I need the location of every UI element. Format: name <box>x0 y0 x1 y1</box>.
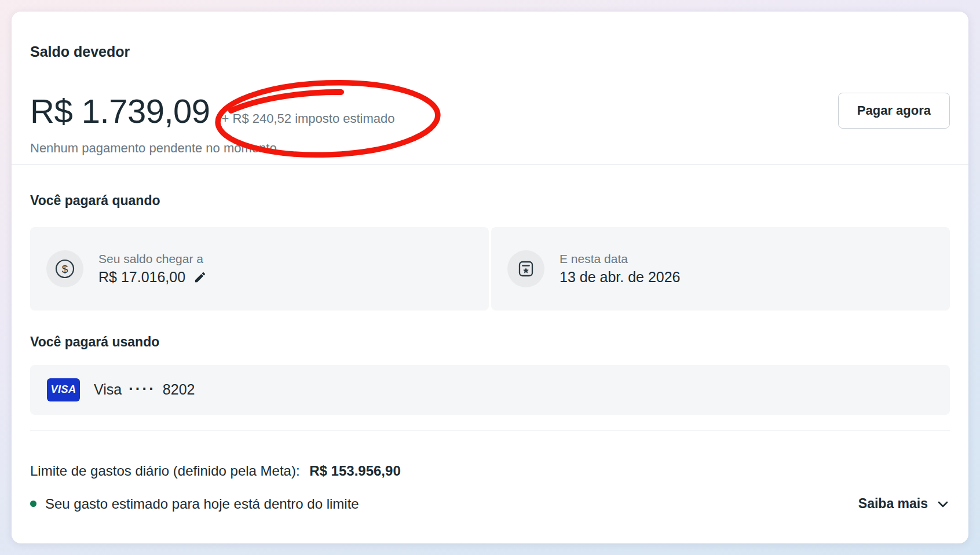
payment-details-section: Você pagará quando $ Seu saldo chegar a … <box>12 192 968 430</box>
threshold-label: Seu saldo chegar a <box>98 252 207 266</box>
payment-date-box: E nesta data 13 de abr. de 2026 <box>491 227 950 311</box>
dollar-chip: $ <box>46 250 83 287</box>
svg-text:$: $ <box>62 263 68 275</box>
pending-payment-note: Nenhum pagamento pendente no momento. <box>30 141 950 164</box>
billing-balance-card: Saldo devedor R$ 1.739,09 + R$ 240,52 im… <box>12 12 968 543</box>
card-last4: 8202 <box>163 381 195 398</box>
balance-amount-row: R$ 1.739,09 + R$ 240,52 imposto estimado <box>30 91 950 132</box>
payment-method-row: VISA Visa ···· 8202 <box>30 365 950 415</box>
threshold-box: $ Seu saldo chegar a R$ 17.016,00 <box>30 227 489 311</box>
spend-limit-section: Limite de gastos diário (definido pela M… <box>12 430 968 512</box>
limit-status-text: Seu gasto estimado para hoje está dentro… <box>45 496 359 512</box>
calendar-star-icon <box>516 259 536 279</box>
balance-section: Saldo devedor R$ 1.739,09 + R$ 240,52 im… <box>12 12 968 164</box>
dollar-circle-icon: $ <box>54 258 75 279</box>
daily-limit-value: R$ 153.956,90 <box>309 463 400 479</box>
threshold-texts: Seu saldo chegar a R$ 17.016,00 <box>98 252 207 286</box>
page-title: Saldo devedor <box>30 43 950 61</box>
pay-when-heading: Você pagará quando <box>30 192 950 210</box>
card-number-mask: ···· <box>129 381 156 396</box>
learn-more-toggle[interactable]: Saiba mais <box>858 496 950 512</box>
visa-logo: VISA <box>47 378 80 401</box>
daily-limit-line: Limite de gastos diário (definido pela M… <box>30 462 950 480</box>
edit-threshold-pencil-icon[interactable] <box>193 271 207 284</box>
card-summary: Visa ···· 8202 <box>94 381 195 398</box>
card-brand: Visa <box>94 381 122 398</box>
status-green-dot-icon <box>30 501 36 507</box>
payment-date-value: 13 de abr. de 2026 <box>560 269 681 286</box>
limit-status: Seu gasto estimado para hoje está dentro… <box>30 496 359 512</box>
pay-using-heading: Você pagará usando <box>30 334 950 351</box>
calendar-chip <box>507 250 544 287</box>
daily-limit-label: Limite de gastos diário (definido pela M… <box>30 463 300 479</box>
learn-more-label: Saiba mais <box>858 496 928 512</box>
payment-date-label: E nesta data <box>560 252 681 266</box>
balance-amount: R$ 1.739,09 <box>30 91 210 132</box>
chevron-down-icon <box>936 497 950 511</box>
pay-when-boxes: $ Seu saldo chegar a R$ 17.016,00 <box>30 227 950 311</box>
estimated-tax-note: + R$ 240,52 imposto estimado <box>222 111 395 126</box>
section-divider <box>12 164 968 165</box>
pay-now-button[interactable]: Pagar agora <box>838 93 950 129</box>
threshold-value: R$ 17.016,00 <box>98 269 185 286</box>
payment-date-texts: E nesta data 13 de abr. de 2026 <box>560 252 681 286</box>
